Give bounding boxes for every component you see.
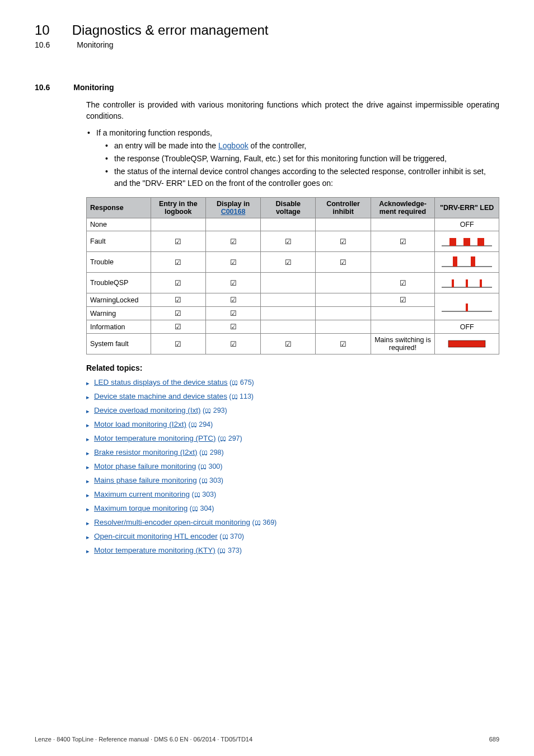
page-reference: (🕮 303)	[190, 491, 216, 498]
cell-log: ☑	[151, 231, 205, 252]
cell-disp: ☑	[205, 334, 260, 354]
check-icon: ☑	[285, 258, 292, 267]
led-pattern-icon	[442, 234, 492, 249]
svg-rect-3	[477, 238, 484, 246]
related-topic-item: Brake resistor monitoring (I2xt) (🕮 298)	[86, 446, 499, 460]
separator-dashes: _ _ _ _ _ _ _ _ _ _ _ _ _ _ _ _ _ _ _ _ …	[35, 59, 499, 67]
related-topic-link[interactable]: LED status displays of the device status	[94, 378, 228, 386]
cell-ack	[371, 307, 435, 320]
page-reference: (🕮 297)	[216, 435, 242, 442]
led-off-label: OFF	[460, 221, 474, 228]
related-topic-link[interactable]: Resolver/multi-encoder open-circuit moni…	[94, 518, 250, 526]
th-display: Display in C00168	[205, 198, 260, 218]
led-pattern-icon	[442, 299, 492, 315]
check-icon: ☑	[285, 340, 292, 348]
cell-log: ☑	[151, 334, 205, 354]
cell-log: ☑	[151, 293, 205, 307]
table-row: TroubleQSP☑☑☑	[87, 273, 499, 293]
related-topic-link[interactable]: Device state machine and device states	[94, 392, 227, 400]
table-row: Fault☑☑☑☑☑	[87, 231, 499, 252]
cell-disp: ☑	[205, 320, 260, 334]
check-icon: ☑	[230, 237, 237, 246]
cell-led	[435, 231, 499, 252]
svg-rect-10	[480, 279, 482, 287]
related-topic-item: Motor phase failure monitoring (🕮 300)	[86, 460, 499, 474]
intro-paragraph: The controller is provided with various …	[86, 100, 499, 122]
book-icon: 🕮	[219, 547, 226, 554]
sub-bullet-item: an entry will be made into the Logbook o…	[96, 140, 499, 152]
response-table: Response Entry in the logbook Display in…	[86, 197, 499, 354]
related-topic-link[interactable]: Brake resistor monitoring (I2xt)	[94, 448, 198, 456]
check-icon: ☑	[340, 258, 346, 267]
svg-rect-9	[466, 279, 468, 287]
cell-disp	[205, 218, 260, 231]
related-topic-link[interactable]: Open-circuit monitoring HTL encoder	[94, 532, 218, 540]
sub-bullet-item: the response (TroubleQSP, Warning, Fault…	[96, 153, 499, 165]
cell-disp: ☑	[205, 307, 260, 320]
cell-inhibit	[316, 307, 371, 320]
cell-log: ☑	[151, 320, 205, 334]
cell-inhibit	[316, 273, 371, 293]
logbook-link[interactable]: Logbook	[218, 141, 249, 150]
subsection-title: Monitoring	[77, 40, 113, 49]
cell-inhibit: ☑	[316, 252, 371, 273]
cell-led	[435, 334, 499, 354]
sub-bullet-text-pre: an entry will be made into the	[114, 141, 218, 150]
check-icon: ☑	[175, 323, 181, 331]
svg-rect-13	[448, 340, 485, 347]
cell-log: ☑	[151, 252, 205, 273]
check-icon: ☑	[230, 279, 237, 287]
table-row: WarningLocked☑☑☑	[87, 293, 499, 307]
cell-disable	[261, 293, 316, 307]
table-row: Trouble☑☑☑☑	[87, 252, 499, 273]
book-icon: 🕮	[220, 435, 226, 442]
related-topic-link[interactable]: Motor temperature monitoring (PTC)	[94, 434, 216, 442]
check-icon: ☑	[230, 340, 237, 348]
chapter-number: 10	[35, 22, 50, 38]
content-block: The controller is provided with various …	[86, 100, 499, 558]
page-reference: (🕮 300)	[196, 463, 222, 470]
check-icon: ☑	[175, 296, 181, 304]
cell-response: TroubleQSP	[87, 273, 151, 293]
th-led: "DRV-ERR" LED	[435, 198, 499, 218]
response-table-wrap: Response Entry in the logbook Display in…	[86, 197, 499, 354]
book-icon: 🕮	[205, 407, 211, 414]
code-link-c00168[interactable]: C00168	[221, 208, 246, 216]
sub-bullet-text-post: of the controller,	[249, 141, 307, 150]
related-topic-link[interactable]: Motor temperature monitoring (KTY)	[94, 546, 216, 554]
page-reference: (🕮 298)	[198, 449, 224, 456]
related-topic-item: Motor temperature monitoring (PTC) (🕮 29…	[86, 432, 499, 446]
cell-response: Warning	[87, 307, 151, 320]
cell-response: WarningLocked	[87, 293, 151, 307]
related-topic-link[interactable]: Motor phase failure monitoring	[94, 462, 196, 470]
cell-led	[435, 273, 499, 293]
cell-ack	[371, 252, 435, 273]
cell-ack: ☑	[371, 273, 435, 293]
th-inhibit: Controller inhibit	[316, 198, 371, 218]
cell-disp: ☑	[205, 273, 260, 293]
related-topic-link[interactable]: Maximum torque monitoring	[94, 504, 188, 512]
cell-disp: ☑	[205, 252, 260, 273]
th-display-line1: Display in	[217, 200, 250, 208]
cell-inhibit: ☑	[316, 231, 371, 252]
related-topic-link[interactable]: Mains phase failure monitoring	[94, 476, 197, 484]
related-topic-item: Maximum torque monitoring (🕮 304)	[86, 502, 499, 516]
cell-disable	[261, 218, 316, 231]
related-topic-link[interactable]: Device overload monitoring (Ixt)	[94, 406, 201, 414]
book-icon: 🕮	[200, 463, 207, 470]
cell-inhibit: ☑	[316, 334, 371, 354]
sub-bullet-list: an entry will be made into the Logbook o…	[96, 140, 499, 189]
related-topic-item: Motor load monitoring (I2xt) (🕮 294)	[86, 418, 499, 432]
related-topics-list: LED status displays of the device status…	[86, 376, 499, 558]
related-topics-heading: Related topics:	[86, 363, 499, 372]
cell-ack	[371, 218, 435, 231]
cell-led: OFF	[435, 218, 499, 231]
cell-disp: ☑	[205, 231, 260, 252]
page-footer: Lenze · 8400 TopLine · Reference manual …	[35, 736, 499, 743]
th-response: Response	[87, 198, 151, 218]
related-topic-link[interactable]: Maximum current monitoring	[94, 490, 190, 498]
sub-bullet-item: the status of the internal device contro…	[96, 166, 499, 189]
related-topic-link[interactable]: Motor load monitoring (I2xt)	[94, 420, 186, 428]
book-icon: 🕮	[232, 393, 238, 400]
cell-inhibit	[316, 218, 371, 231]
